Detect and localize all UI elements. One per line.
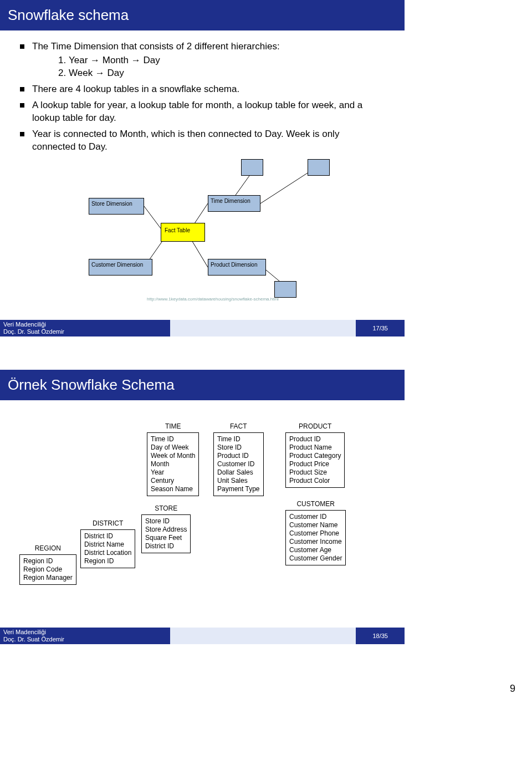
footer-pager: 18/35 (356, 628, 405, 644)
svg-line-3 (191, 239, 208, 267)
slide-content: The Time Dimension that consists of 2 di… (0, 30, 405, 320)
bullet-item: The Time Dimension that consists of 2 di… (20, 40, 385, 80)
ordered-item: Year → Month → Day (69, 54, 385, 67)
bullet-text: The Time Dimension that consists of 2 di… (32, 41, 280, 52)
footer-left: Veri Madenciliği Doç. Dr. Suat Özdemir (0, 628, 170, 644)
entity-fields: Product IDProduct NameProduct CategoryPr… (285, 432, 345, 488)
entity-title: REGION (19, 544, 76, 552)
footer-mid (170, 320, 356, 336)
bullet-item: Year is connected to Month, which is the… (20, 128, 385, 154)
entity-fact: FACT Time IDStore IDProduct IDCustomer I… (213, 422, 264, 496)
slide-footer: Veri Madenciliği Doç. Dr. Suat Özdemir 1… (0, 628, 405, 644)
footer-author: Doç. Dr. Suat Özdemir (3, 636, 167, 643)
footer-pager-text: 18/35 (372, 633, 388, 639)
slide-2: Örnek Snowflake Schema TIME Time IDDay o… (0, 370, 405, 644)
entity-title: DISTRICT (80, 519, 135, 527)
slide-footer: Veri Madenciliği Doç. Dr. Suat Özdemir 1… (0, 320, 405, 336)
snowflake-diagram: Store Dimension Time Dimension Fact Tabl… (64, 159, 341, 314)
page-number: 9 (0, 677, 532, 698)
example-snowflake-diagram: TIME Time IDDay of WeekWeek of MonthMont… (19, 422, 385, 605)
lookup-box (308, 159, 330, 176)
product-dimension-box: Product Dimension (208, 259, 266, 276)
entity-title: STORE (141, 504, 191, 512)
entity-title: PRODUCT (285, 422, 345, 430)
svg-line-0 (144, 206, 161, 228)
lookup-box (241, 159, 263, 176)
customer-dimension-box: Customer Dimension (89, 259, 152, 276)
bullet-item: There are 4 lookup tables in a snowflake… (20, 83, 385, 96)
footer-course: Veri Madenciliği (3, 321, 167, 328)
entity-fields: Time IDDay of WeekWeek of MonthMonthYear… (147, 432, 199, 496)
bullet-item: A lookup table for year, a lookup table … (20, 99, 385, 125)
footer-author: Doç. Dr. Suat Özdemir (3, 328, 167, 335)
entity-fields: Store IDStore AddressSquare FeetDistrict… (141, 514, 191, 553)
footer-course: Veri Madenciliği (3, 629, 167, 636)
entity-fields: Time IDStore IDProduct IDCustomer IDDoll… (213, 432, 264, 496)
diagram-source-url: http://www.1keydata.com/datawarehousing/… (147, 297, 279, 303)
entity-region: REGION Region IDRegion CodeRegion Manage… (19, 544, 76, 585)
svg-line-5 (260, 173, 308, 203)
slide-title: Snowflake schema (0, 0, 405, 30)
entity-customer: CUSTOMER Customer IDCustomer NameCustome… (285, 500, 346, 565)
store-dimension-box: Store Dimension (89, 198, 144, 215)
slide-title-text: Örnek Snowflake Schema (8, 376, 175, 394)
entity-fields: Customer IDCustomer NameCustomer PhoneCu… (285, 510, 346, 565)
slide-title-text: Snowflake schema (8, 7, 129, 24)
entity-fields: District IDDistrict NameDistrict Locatio… (80, 529, 135, 568)
lookup-box (274, 281, 296, 298)
entity-time: TIME Time IDDay of WeekWeek of MonthMont… (147, 422, 199, 496)
entity-product: PRODUCT Product IDProduct NameProduct Ca… (285, 422, 345, 488)
footer-mid (170, 628, 356, 644)
entity-fields: Region IDRegion CodeRegion Manager (19, 554, 76, 585)
svg-line-4 (236, 176, 249, 195)
footer-left: Veri Madenciliği Doç. Dr. Suat Özdemir (0, 320, 170, 336)
entity-title: TIME (147, 422, 199, 430)
slide-1: Snowflake schema The Time Dimension that… (0, 0, 405, 336)
footer-pager: 17/35 (356, 320, 405, 336)
entity-title: FACT (213, 422, 264, 430)
ordered-item: Week → Day (69, 67, 385, 80)
entity-district: DISTRICT District IDDistrict NameDistric… (80, 519, 135, 568)
time-dimension-box: Time Dimension (208, 195, 260, 212)
entity-title: CUSTOMER (285, 500, 346, 508)
slide-title: Örnek Snowflake Schema (0, 370, 405, 400)
fact-table-box: Fact Table (161, 223, 205, 242)
footer-pager-text: 17/35 (372, 325, 388, 332)
entity-store: STORE Store IDStore AddressSquare FeetDi… (141, 504, 191, 553)
